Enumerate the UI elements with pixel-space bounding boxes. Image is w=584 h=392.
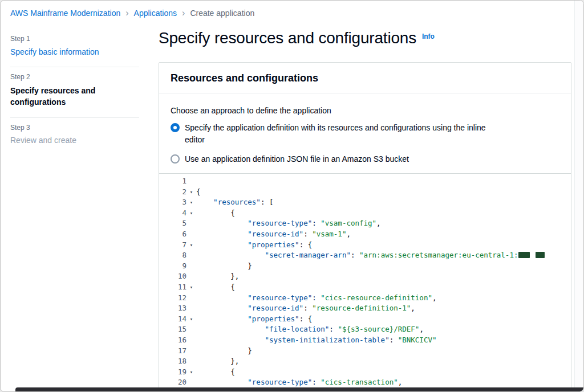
wizard-steps: Step 1 Specify basic information Step 2 … (10, 29, 139, 154)
breadcrumb: AWS Mainframe Modernization › Applicatio… (10, 9, 254, 18)
page-title: Specify resources and configurations (159, 29, 416, 47)
line-number: 19 (159, 367, 186, 378)
code-token: : (312, 219, 321, 227)
editor-line[interactable]: 11▾ { (159, 282, 571, 293)
editor-line[interactable]: 1 (159, 176, 571, 187)
code-token: "cics-transaction" (321, 378, 398, 386)
code-token: "resource-id" (248, 304, 303, 312)
radio-button-inline-editor[interactable] (171, 123, 180, 132)
breadcrumb-link-service[interactable]: AWS Mainframe Modernization (10, 9, 120, 18)
fold-spacer (186, 293, 196, 304)
code-token: "system-initialization-table" (265, 336, 389, 344)
code-token: : (303, 304, 312, 312)
editor-line[interactable]: 8 "secret-manager-arn": "arn:aws:secrets… (159, 250, 571, 261)
breadcrumb-link-applications[interactable]: Applications (134, 9, 177, 18)
code-token: : (351, 251, 359, 259)
code-line: "resource-id": "vsam-1", (196, 229, 571, 240)
code-token: "vsam-1" (312, 230, 346, 238)
code-editor[interactable]: 12▾{3▾ "resources": [4▾ {5 "resource-typ… (159, 173, 571, 392)
editor-line[interactable]: 12 "resource-type": "cics-resource-defin… (159, 293, 571, 304)
code-token: : (329, 325, 338, 333)
editor-line[interactable]: 15 "file-location": "${s3-source}/RDEF", (159, 324, 571, 335)
wizard-step-3: Step 3 Review and create (10, 118, 139, 154)
code-token (196, 336, 265, 344)
wizard-step-2-current: Step 2 Specify resources and configurati… (10, 67, 139, 117)
line-number: 9 (159, 261, 186, 272)
page-scrollbar[interactable] (574, 1, 583, 391)
editor-line[interactable]: 5 "resource-type": "vsam-config", (159, 218, 571, 229)
fold-toggle-icon[interactable]: ▾ (186, 367, 196, 378)
card-body: Choose an approach to define the applica… (159, 93, 571, 392)
code-line: "resource-type": "cics-resource-definiti… (196, 293, 571, 304)
code-line: "resource-type": "cics-transaction", (196, 377, 571, 388)
code-token: } (196, 346, 252, 355)
radio-option-label: Use an application definition JSON file … (185, 153, 409, 165)
code-token: "resources" (213, 198, 261, 206)
editor-line[interactable]: 9 } (159, 261, 571, 272)
editor-line[interactable]: 14▾ "properties": { (159, 314, 571, 325)
editor-line[interactable]: 20 "resource-type": "cics-transaction", (159, 377, 571, 388)
editor-line[interactable]: 17 } (159, 346, 571, 357)
code-token: { (196, 283, 235, 291)
card-header: Resources and configurations (159, 63, 571, 93)
code-token: "vsam-config" (321, 219, 376, 227)
code-line: { (196, 187, 571, 198)
fold-toggle-icon[interactable]: ▾ (186, 208, 196, 219)
chevron-right-icon: › (125, 9, 128, 17)
line-number: 10 (159, 271, 186, 282)
fold-toggle-icon[interactable]: ▾ (186, 314, 196, 325)
fold-toggle-icon[interactable]: ▾ (186, 187, 196, 198)
radio-button-s3-json[interactable] (171, 154, 180, 164)
code-token: : (312, 378, 321, 386)
code-token: { (196, 209, 235, 217)
code-token: "resource-definition-1" (312, 304, 411, 312)
editor-line[interactable]: 13 "resource-id": "resource-definition-1… (159, 303, 571, 314)
fold-toggle-icon[interactable]: ▾ (186, 282, 196, 293)
editor-line[interactable]: 16 "system-initialization-table": "BNKCI… (159, 335, 571, 346)
fold-spacer (186, 261, 196, 272)
fold-toggle-icon[interactable]: ▾ (186, 197, 196, 208)
step-1-link[interactable]: Specify basic information (10, 47, 99, 56)
step-2-label: Specify resources and configurations (10, 85, 139, 108)
code-line: }, (196, 356, 571, 367)
code-token: "properties" (248, 315, 299, 323)
fold-toggle-icon[interactable]: ▾ (186, 240, 196, 251)
info-link[interactable]: Info (422, 32, 435, 40)
code-token: "resource-type" (248, 378, 312, 386)
resources-configurations-card: Resources and configurations Choose an a… (159, 62, 571, 392)
editor-line[interactable]: 6 "resource-id": "vsam-1", (159, 229, 571, 240)
line-number: 14 (159, 314, 186, 325)
code-token: "arn:aws:secretsmanager:eu-central-1: (359, 251, 518, 259)
editor-line[interactable]: 4▾ { (159, 208, 571, 219)
card-title: Resources and configurations (171, 72, 559, 84)
code-line: "system-initialization-table": "BNKCICV" (196, 335, 571, 346)
window-bottom-edge (15, 387, 583, 391)
line-number: 7 (159, 240, 186, 251)
code-token (196, 378, 248, 386)
line-number: 4 (159, 208, 186, 219)
editor-line[interactable]: 7▾ "properties": { (159, 240, 571, 251)
editor-line[interactable]: 3▾ "resources": [ (159, 197, 571, 208)
editor-line[interactable]: 18 }, (159, 356, 571, 367)
editor-line[interactable]: 19▾ { (159, 367, 571, 378)
editor-line[interactable]: 10 }, (159, 271, 571, 282)
line-number: 11 (159, 282, 186, 293)
line-number: 13 (159, 303, 186, 314)
code-line: }, (196, 271, 571, 282)
fold-spacer (186, 377, 196, 388)
fold-spacer (186, 346, 196, 357)
code-token: , (376, 219, 381, 227)
main-content: Specify resources and configurations Inf… (159, 29, 571, 392)
code-token (196, 198, 213, 206)
line-number: 3 (159, 197, 186, 208)
radio-option-1[interactable]: Use an application definition JSON file … (171, 153, 559, 165)
wizard-step-1: Step 1 Specify basic information (10, 29, 139, 67)
code-line: } (196, 346, 571, 357)
fold-spacer (186, 271, 196, 282)
editor-line[interactable]: 2▾{ (159, 187, 571, 198)
radio-option-0[interactable]: Specify the application definition with … (171, 122, 559, 146)
line-number: 17 (159, 346, 186, 357)
code-token (196, 293, 248, 302)
breadcrumb-current: Create application (190, 9, 254, 18)
code-token: "resource-id" (248, 230, 303, 238)
